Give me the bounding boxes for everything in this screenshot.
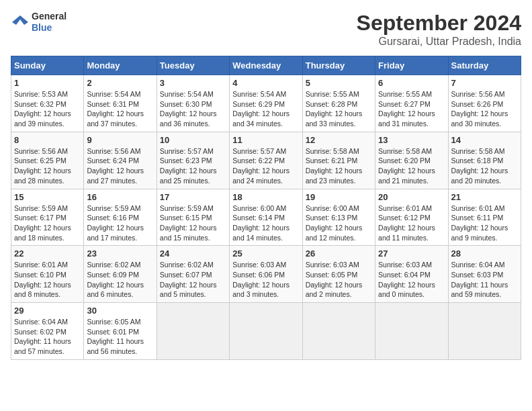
day-number: 24 [160,248,226,259]
day-number: 22 [14,248,81,259]
calendar-week-row: 1Sunrise: 5:53 AM Sunset: 6:32 PM Daylig… [11,75,521,132]
day-info: Sunrise: 5:56 AM Sunset: 6:24 PM Dayligh… [87,146,153,186]
calendar-day-cell: 29Sunrise: 6:04 AM Sunset: 6:02 PM Dayli… [11,303,84,360]
calendar-day-cell: 4Sunrise: 5:54 AM Sunset: 6:29 PM Daylig… [230,75,302,132]
day-number: 13 [378,135,445,145]
day-number: 19 [306,192,372,202]
calendar-day-cell: 22Sunrise: 6:01 AM Sunset: 6:10 PM Dayli… [11,246,84,303]
day-info: Sunrise: 6:01 AM Sunset: 6:11 PM Dayligh… [451,203,518,243]
calendar-day-cell: 20Sunrise: 6:01 AM Sunset: 6:12 PM Dayli… [375,189,448,246]
day-number: 8 [14,135,81,145]
day-number: 20 [378,192,445,202]
day-of-week-header: Saturday [448,56,521,75]
calendar-day-cell [302,303,375,360]
day-info: Sunrise: 5:58 AM Sunset: 6:21 PM Dayligh… [306,146,372,186]
day-of-week-header: Sunday [11,56,84,75]
day-info: Sunrise: 5:56 AM Sunset: 6:26 PM Dayligh… [451,89,518,129]
calendar-day-cell: 24Sunrise: 6:02 AM Sunset: 6:07 PM Dayli… [157,246,229,303]
calendar-day-cell: 9Sunrise: 5:56 AM Sunset: 6:24 PM Daylig… [84,132,157,189]
calendar-table: SundayMondayTuesdayWednesdayThursdayFrid… [11,56,521,360]
day-info: Sunrise: 5:59 AM Sunset: 6:16 PM Dayligh… [87,203,153,243]
calendar-day-cell: 16Sunrise: 5:59 AM Sunset: 6:16 PM Dayli… [84,189,157,246]
title-block: September 2024 Gursarai, Uttar Pradesh, … [357,11,521,48]
page-title: September 2024 [357,11,521,36]
calendar-day-cell: 2Sunrise: 5:54 AM Sunset: 6:31 PM Daylig… [84,75,157,132]
day-number: 26 [306,248,372,259]
day-of-week-header: Wednesday [230,56,302,75]
calendar-day-cell: 1Sunrise: 5:53 AM Sunset: 6:32 PM Daylig… [11,75,84,132]
calendar-week-row: 29Sunrise: 6:04 AM Sunset: 6:02 PM Dayli… [11,303,521,360]
calendar-day-cell: 13Sunrise: 5:58 AM Sunset: 6:20 PM Dayli… [375,132,448,189]
day-info: Sunrise: 5:55 AM Sunset: 6:28 PM Dayligh… [306,89,372,129]
calendar-day-cell: 28Sunrise: 6:04 AM Sunset: 6:03 PM Dayli… [448,246,521,303]
day-number: 30 [87,306,153,316]
day-number: 28 [451,248,518,259]
day-number: 3 [160,78,226,88]
day-info: Sunrise: 5:58 AM Sunset: 6:18 PM Dayligh… [451,146,518,186]
day-number: 25 [232,248,299,259]
day-number: 18 [232,192,299,202]
day-info: Sunrise: 6:03 AM Sunset: 6:06 PM Dayligh… [232,260,299,300]
day-number: 29 [14,306,81,316]
calendar-week-row: 15Sunrise: 5:59 AM Sunset: 6:17 PM Dayli… [11,189,521,246]
calendar-day-cell: 18Sunrise: 6:00 AM Sunset: 6:14 PM Dayli… [230,189,302,246]
day-number: 9 [87,135,153,145]
day-info: Sunrise: 6:03 AM Sunset: 6:05 PM Dayligh… [306,260,372,300]
day-info: Sunrise: 6:00 AM Sunset: 6:13 PM Dayligh… [306,203,372,243]
calendar-day-cell: 10Sunrise: 5:57 AM Sunset: 6:23 PM Dayli… [157,132,229,189]
calendar-day-cell: 8Sunrise: 5:56 AM Sunset: 6:25 PM Daylig… [11,132,84,189]
calendar-header-row: SundayMondayTuesdayWednesdayThursdayFrid… [11,56,521,75]
calendar-day-cell: 23Sunrise: 6:02 AM Sunset: 6:09 PM Dayli… [84,246,157,303]
day-info: Sunrise: 5:59 AM Sunset: 6:15 PM Dayligh… [160,203,226,243]
svg-marker-0 [12,15,28,25]
day-info: Sunrise: 6:02 AM Sunset: 6:09 PM Dayligh… [87,260,153,300]
calendar-day-cell: 27Sunrise: 6:03 AM Sunset: 6:04 PM Dayli… [375,246,448,303]
day-info: Sunrise: 5:57 AM Sunset: 6:23 PM Dayligh… [160,146,226,186]
day-number: 10 [160,135,226,145]
calendar-day-cell: 11Sunrise: 5:57 AM Sunset: 6:22 PM Dayli… [230,132,302,189]
calendar-day-cell: 7Sunrise: 5:56 AM Sunset: 6:26 PM Daylig… [448,75,521,132]
day-info: Sunrise: 5:57 AM Sunset: 6:22 PM Dayligh… [232,146,299,186]
logo-bird-icon [11,13,30,32]
day-number: 1 [14,78,81,88]
calendar-day-cell [230,303,302,360]
day-number: 12 [306,135,372,145]
day-info: Sunrise: 5:56 AM Sunset: 6:25 PM Dayligh… [14,146,81,186]
calendar-day-cell: 25Sunrise: 6:03 AM Sunset: 6:06 PM Dayli… [230,246,302,303]
day-info: Sunrise: 5:54 AM Sunset: 6:31 PM Dayligh… [87,89,153,129]
day-of-week-header: Monday [84,56,157,75]
calendar-day-cell: 14Sunrise: 5:58 AM Sunset: 6:18 PM Dayli… [448,132,521,189]
logo: General Blue [11,11,66,34]
calendar-day-cell: 6Sunrise: 5:55 AM Sunset: 6:27 PM Daylig… [375,75,448,132]
calendar-day-cell: 17Sunrise: 5:59 AM Sunset: 6:15 PM Dayli… [157,189,229,246]
calendar-day-cell: 30Sunrise: 6:05 AM Sunset: 6:01 PM Dayli… [84,303,157,360]
day-number: 21 [451,192,518,202]
calendar-day-cell [375,303,448,360]
day-number: 17 [160,192,226,202]
calendar-day-cell: 26Sunrise: 6:03 AM Sunset: 6:05 PM Dayli… [302,246,375,303]
day-number: 14 [451,135,518,145]
day-number: 2 [87,78,153,88]
day-info: Sunrise: 5:59 AM Sunset: 6:17 PM Dayligh… [14,203,81,243]
calendar-day-cell [448,303,521,360]
day-info: Sunrise: 6:00 AM Sunset: 6:14 PM Dayligh… [232,203,299,243]
day-info: Sunrise: 5:54 AM Sunset: 6:29 PM Dayligh… [232,89,299,129]
calendar-day-cell: 21Sunrise: 6:01 AM Sunset: 6:11 PM Dayli… [448,189,521,246]
day-info: Sunrise: 6:04 AM Sunset: 6:03 PM Dayligh… [451,260,518,300]
calendar-day-cell [157,303,229,360]
day-of-week-header: Friday [375,56,448,75]
calendar-body: 1Sunrise: 5:53 AM Sunset: 6:32 PM Daylig… [11,75,521,360]
day-number: 6 [378,78,445,88]
calendar-day-cell: 3Sunrise: 5:54 AM Sunset: 6:30 PM Daylig… [157,75,229,132]
calendar-day-cell: 12Sunrise: 5:58 AM Sunset: 6:21 PM Dayli… [302,132,375,189]
day-info: Sunrise: 6:05 AM Sunset: 6:01 PM Dayligh… [87,317,153,357]
calendar-week-row: 8Sunrise: 5:56 AM Sunset: 6:25 PM Daylig… [11,132,521,189]
calendar-day-cell: 5Sunrise: 5:55 AM Sunset: 6:28 PM Daylig… [302,75,375,132]
calendar-week-row: 22Sunrise: 6:01 AM Sunset: 6:10 PM Dayli… [11,246,521,303]
day-info: Sunrise: 6:02 AM Sunset: 6:07 PM Dayligh… [160,260,226,300]
day-info: Sunrise: 5:55 AM Sunset: 6:27 PM Dayligh… [378,89,445,129]
day-number: 16 [87,192,153,202]
day-info: Sunrise: 6:04 AM Sunset: 6:02 PM Dayligh… [14,317,81,357]
day-info: Sunrise: 5:53 AM Sunset: 6:32 PM Dayligh… [14,89,81,129]
calendar-day-cell: 15Sunrise: 5:59 AM Sunset: 6:17 PM Dayli… [11,189,84,246]
